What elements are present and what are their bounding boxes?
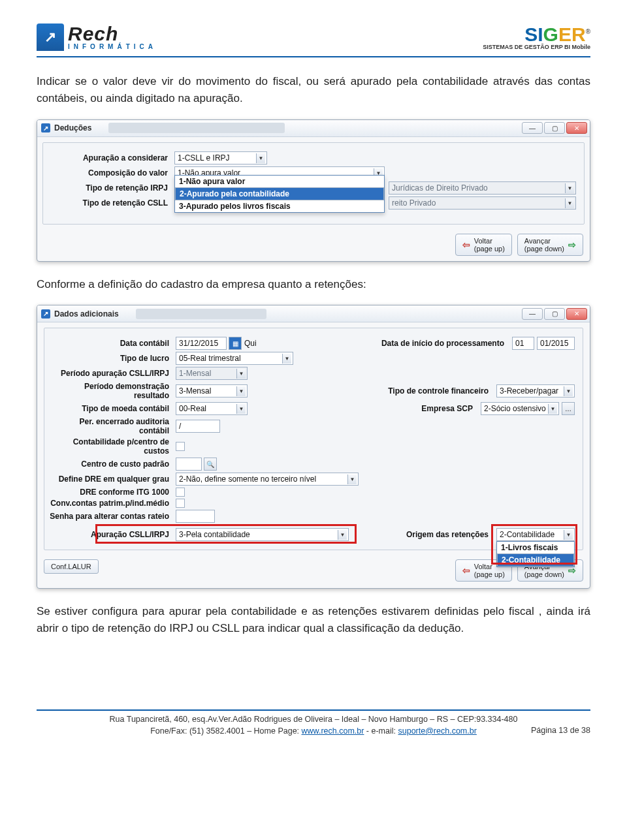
- logo-siger-brand: SIGER®: [524, 25, 590, 44]
- window-deducoes: ↗ Deduções — ▢ ✕ Apuração a considerar 1…: [37, 119, 590, 262]
- arrow-left-icon: ⇦: [462, 565, 470, 576]
- nav-bar: ⇦ Voltar(page up) Avançar(page down) ⇨: [37, 230, 590, 262]
- avancar-button[interactable]: Avançar(page down) ⇨: [517, 234, 583, 256]
- input-data-contabil[interactable]: 31/12/2015: [176, 337, 227, 350]
- select-apuracao-csll-irpj[interactable]: 3-Pela contabilidade▼: [176, 528, 349, 541]
- label-composicao-valor: Composição do valor: [47, 168, 174, 178]
- logo-rech-sub: INFORMÁTICA: [68, 44, 157, 50]
- maximize-button[interactable]: ▢: [544, 308, 565, 320]
- select-tipo-lucro[interactable]: 05-Real trimestral▼: [176, 352, 293, 365]
- chevron-down-icon: ▼: [564, 530, 573, 540]
- select-tipo-irpj-right: Jurídicas de Direito Privado ▼: [389, 181, 576, 194]
- page-footer: Rua Tupanciretã, 460, esq.Av.Ver.Adão Ro…: [37, 709, 590, 735]
- chevron-down-icon: ▼: [564, 386, 573, 396]
- label-tipo-lucro: Tipo de lucro: [48, 354, 176, 363]
- dropdown-option[interactable]: 1-Não apura valor: [175, 176, 384, 187]
- window-title: Deduções: [54, 123, 91, 132]
- label-periodo-dre: Período demonstração resultado: [48, 382, 176, 400]
- input-cc-padrao[interactable]: [176, 458, 202, 471]
- input-data-inicio-mesano[interactable]: 01/2015: [537, 337, 575, 350]
- minimize-button[interactable]: —: [522, 308, 543, 320]
- footer-link-email[interactable]: suporte@rech.com.br: [398, 726, 476, 736]
- chevron-down-icon: ▼: [236, 386, 246, 396]
- select-apuracao-considerar[interactable]: 1-CSLL e IRPJ ▼: [174, 151, 267, 164]
- label-origem-retencoes: Origem das retenções: [396, 530, 494, 539]
- voltar-button[interactable]: ⇦ Voltar(page up): [455, 234, 512, 256]
- window-icon: ↗: [41, 123, 50, 132]
- select-periodo-dre[interactable]: 3-Mensal▼: [176, 384, 248, 397]
- chevron-down-icon: ▼: [236, 369, 246, 379]
- titlebar: ↗ Dados adicionais — ▢ ✕: [37, 305, 590, 322]
- titlebar-blurred-text: [136, 309, 266, 319]
- select-define-dre[interactable]: 2-Não, define somente no terceiro nível▼: [176, 473, 359, 486]
- close-button[interactable]: ✕: [566, 308, 587, 320]
- label-data-contabil: Data contábil: [48, 339, 176, 348]
- titlebar-blurred-text: [108, 123, 285, 133]
- disabled-value: reito Privado: [392, 198, 436, 208]
- intro-paragraph-3: Se estiver configura para apurar pela co…: [37, 603, 590, 638]
- select-tipo-controle[interactable]: 3-Receber/pagar▼: [496, 384, 575, 397]
- select-empresa-scp[interactable]: 2-Sócio ostensivo▼: [481, 402, 559, 415]
- logo-siger: SIGER® SISTEMAS DE GESTÃO ERP BI Mobile: [483, 25, 590, 50]
- select-periodo-csll: 1-Mensal▼: [176, 367, 248, 380]
- arrow-right-icon: ⇨: [568, 240, 576, 250]
- label-tipo-controle: Tipo de controle financeiro: [360, 386, 494, 396]
- window-dados-adicionais: ↗ Dados adicionais — ▢ ✕ Data contábil 3…: [37, 305, 590, 589]
- window-controls: — ▢ ✕: [522, 308, 587, 320]
- close-button[interactable]: ✕: [566, 122, 587, 134]
- chevron-down-icon: ▼: [347, 474, 357, 484]
- dropdown-option[interactable]: 3-Apurado pelos livros fiscais: [175, 200, 384, 212]
- footer-divider: [37, 709, 590, 711]
- select-origem-retencoes[interactable]: 2-Contabilidade▼: [496, 528, 575, 541]
- chevron-down-icon: ▼: [565, 198, 574, 208]
- checkbox-conv-contas[interactable]: [176, 499, 185, 508]
- input-senha[interactable]: [176, 510, 215, 523]
- dropdown-composicao-options[interactable]: 1-Não apura valor 2-Apurado pela contabi…: [174, 175, 385, 213]
- disabled-value: Jurídicas de Direito Privado: [392, 183, 488, 193]
- label-tipo-moeda: Tipo de moeda contábil: [48, 404, 176, 413]
- logo-rech: ↗ Rech INFORMÁTICA: [37, 23, 157, 51]
- deducoes-panel: Apuração a considerar 1-CSLL e IRPJ ▼ Co…: [42, 142, 585, 225]
- label-apuracao-considerar: Apuração a considerar: [47, 153, 174, 163]
- window-icon: ↗: [41, 309, 50, 319]
- label-tipo-retencao-csll: Tipo de retenção CSLL: [47, 198, 174, 208]
- dropdown-option-selected[interactable]: 2-Apurado pela contabilidade: [175, 187, 384, 200]
- select-tipo-csll-right: reito Privado ▼: [389, 196, 576, 210]
- calendar-button[interactable]: ▦: [229, 337, 242, 350]
- input-per-auditoria[interactable]: /: [176, 420, 220, 433]
- chevron-down-icon: ▼: [256, 153, 265, 163]
- window-title: Dados adicionais: [54, 309, 119, 319]
- chevron-down-icon: ▼: [236, 404, 246, 414]
- dropdown-option[interactable]: 1-Livros fiscais: [497, 542, 574, 553]
- footer-line-1: Rua Tupanciretã, 460, esq.Av.Ver.Adão Ro…: [37, 713, 590, 725]
- label-define-dre: Define DRE em qualquer grau: [48, 474, 176, 484]
- logo-rech-brand: Rech: [68, 24, 157, 44]
- intro-paragraph-2: Conforme a definição do cadastro da empr…: [37, 276, 590, 293]
- lookup-button[interactable]: 🔍: [204, 458, 217, 471]
- chevron-down-icon: ▼: [565, 183, 574, 193]
- select-tipo-moeda[interactable]: 00-Real▼: [176, 402, 248, 415]
- chevron-down-icon: ▼: [338, 530, 347, 540]
- intro-paragraph-1: Indicar se o valor deve vir do movimento…: [37, 73, 590, 108]
- input-data-inicio-dia[interactable]: 01: [512, 337, 534, 350]
- more-button[interactable]: …: [562, 402, 575, 415]
- weekday-label: Qui: [244, 339, 257, 348]
- minimize-button[interactable]: —: [522, 122, 543, 134]
- label-dre-itg: DRE conforme ITG 1000: [48, 488, 176, 497]
- dropdown-origem-options[interactable]: 1-Livros fiscais 2-Contabilidade: [496, 541, 575, 567]
- label-empresa-scp: Empresa SCP: [344, 404, 478, 413]
- label-senha: Senha para alterar contas rateio: [48, 512, 176, 521]
- dropdown-option-selected[interactable]: 2-Contabilidade: [497, 553, 574, 567]
- checkbox-centro-custos[interactable]: [176, 442, 185, 451]
- checkbox-dre-itg[interactable]: [176, 488, 185, 497]
- label-per-auditoria: Per. encerrado auditoria contábil: [48, 417, 176, 435]
- footer-link-homepage[interactable]: www.rech.com.br: [302, 726, 364, 736]
- page-header: ↗ Rech INFORMÁTICA SIGER® SISTEMAS DE GE…: [37, 23, 590, 51]
- chevron-down-icon: ▼: [548, 404, 557, 414]
- label-tipo-retencao-irpj: Tipo de retenção IRPJ: [47, 183, 174, 193]
- maximize-button[interactable]: ▢: [544, 122, 565, 134]
- label-data-inicio: Data de início do processamento: [376, 339, 509, 348]
- label-apuracao-csll-irpj: Apuração CSLL/IRPJ: [48, 530, 176, 539]
- conf-lalur-button[interactable]: Conf.LALUR: [44, 559, 99, 574]
- label-centro-custos: Contabilidade p/centro de custos: [48, 437, 176, 456]
